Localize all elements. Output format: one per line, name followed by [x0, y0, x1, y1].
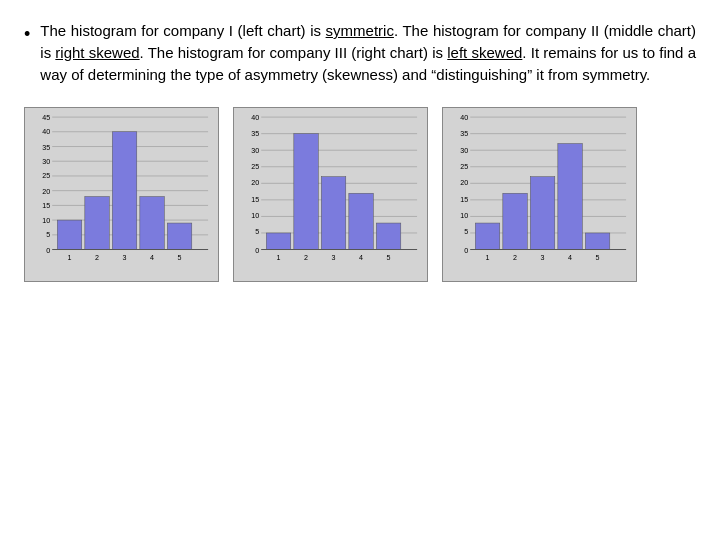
svg-text:10: 10 [42, 217, 50, 225]
left-chart-container: 45 40 35 30 25 20 15 10 5 0 1 [24, 107, 219, 282]
svg-text:1: 1 [68, 254, 72, 262]
svg-text:25: 25 [460, 163, 468, 171]
svg-rect-23 [112, 132, 136, 250]
svg-text:30: 30 [42, 158, 50, 166]
svg-text:2: 2 [95, 254, 99, 262]
left-skewed-text: left skewed [447, 44, 522, 61]
svg-text:1: 1 [486, 254, 490, 262]
right-chart-container: 40 35 30 25 20 15 10 5 0 1 2 3 4 5 [442, 107, 637, 282]
svg-rect-85 [585, 233, 609, 250]
svg-text:2: 2 [513, 254, 517, 262]
svg-rect-53 [321, 177, 345, 250]
svg-text:10: 10 [251, 212, 259, 220]
svg-text:20: 20 [42, 188, 50, 196]
svg-text:40: 40 [42, 129, 50, 137]
svg-text:30: 30 [460, 147, 468, 155]
svg-text:25: 25 [42, 172, 50, 180]
svg-text:15: 15 [42, 202, 50, 210]
svg-text:3: 3 [332, 254, 336, 262]
svg-text:35: 35 [460, 131, 468, 139]
svg-text:1: 1 [277, 254, 281, 262]
charts-row: 45 40 35 30 25 20 15 10 5 0 1 [24, 107, 696, 282]
right-skewed-text: right skewed [55, 44, 139, 61]
svg-text:30: 30 [251, 147, 259, 155]
svg-text:5: 5 [464, 229, 468, 237]
svg-text:4: 4 [150, 254, 154, 262]
svg-text:5: 5 [387, 254, 391, 262]
svg-rect-22 [85, 197, 109, 250]
bullet-point: • [24, 21, 30, 47]
svg-text:15: 15 [251, 196, 259, 204]
middle-chart-svg: 40 35 30 25 20 15 10 5 0 1 2 3 4 5 [238, 112, 423, 275]
svg-text:4: 4 [359, 254, 363, 262]
svg-text:20: 20 [460, 180, 468, 188]
svg-text:5: 5 [178, 254, 182, 262]
svg-text:5: 5 [46, 232, 50, 240]
svg-text:20: 20 [251, 180, 259, 188]
svg-rect-51 [266, 233, 290, 250]
svg-text:15: 15 [460, 196, 468, 204]
svg-rect-24 [140, 197, 164, 250]
svg-text:40: 40 [460, 114, 468, 122]
svg-text:0: 0 [464, 247, 468, 255]
svg-text:35: 35 [42, 144, 50, 152]
svg-text:2: 2 [304, 254, 308, 262]
svg-rect-83 [530, 177, 554, 250]
svg-text:10: 10 [460, 212, 468, 220]
svg-text:0: 0 [46, 247, 50, 255]
svg-rect-84 [558, 144, 582, 250]
svg-text:5: 5 [255, 229, 259, 237]
paragraph: The histogram for company I (left chart)… [40, 20, 696, 85]
symmetric-text: symmetric [326, 22, 394, 39]
svg-rect-52 [294, 134, 318, 250]
svg-text:45: 45 [42, 114, 50, 122]
text-block: • The histogram for company I (left char… [24, 20, 696, 85]
svg-rect-81 [475, 223, 499, 249]
svg-rect-25 [167, 223, 191, 249]
svg-rect-82 [503, 193, 527, 249]
svg-text:3: 3 [541, 254, 545, 262]
svg-text:4: 4 [568, 254, 572, 262]
left-chart-svg: 45 40 35 30 25 20 15 10 5 0 1 [29, 112, 214, 275]
svg-text:25: 25 [251, 163, 259, 171]
right-chart-svg: 40 35 30 25 20 15 10 5 0 1 2 3 4 5 [447, 112, 632, 275]
svg-rect-55 [376, 223, 400, 249]
middle-chart-container: 40 35 30 25 20 15 10 5 0 1 2 3 4 5 [233, 107, 428, 282]
svg-text:0: 0 [255, 247, 259, 255]
svg-rect-54 [349, 193, 373, 249]
svg-text:5: 5 [596, 254, 600, 262]
svg-text:40: 40 [251, 114, 259, 122]
svg-text:35: 35 [251, 131, 259, 139]
svg-rect-21 [57, 220, 81, 249]
svg-text:3: 3 [123, 254, 127, 262]
